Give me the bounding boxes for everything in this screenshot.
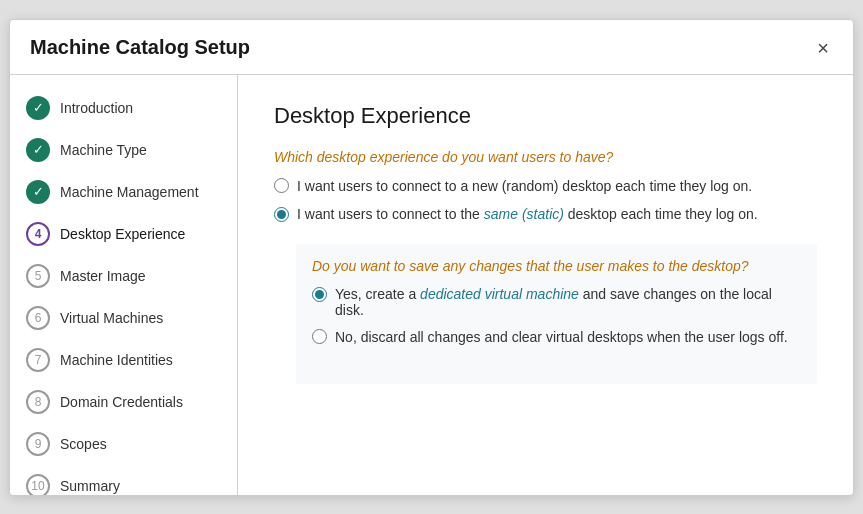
- sidebar-item-scopes[interactable]: 9Scopes: [10, 423, 237, 465]
- sidebar-label-master-image: Master Image: [60, 268, 146, 284]
- sidebar-item-virtual-machines[interactable]: 6Virtual Machines: [10, 297, 237, 339]
- sidebar-item-machine-identities[interactable]: 7Machine Identities: [10, 339, 237, 381]
- step-icon-machine-type: ✓: [26, 138, 50, 162]
- radio-static-desktop[interactable]: I want users to connect to the same (sta…: [274, 206, 817, 222]
- sidebar-label-desktop-experience: Desktop Experience: [60, 226, 185, 242]
- sidebar-label-machine-management: Machine Management: [60, 184, 199, 200]
- radio-static-input[interactable]: [274, 207, 289, 222]
- radio-random-input[interactable]: [274, 178, 289, 193]
- sidebar-label-introduction: Introduction: [60, 100, 133, 116]
- radio-save-yes-label: Yes, create a dedicated virtual machine …: [335, 286, 801, 318]
- sidebar-label-scopes: Scopes: [60, 436, 107, 452]
- radio-static-highlight: same (static): [484, 206, 564, 222]
- sidebar: ✓Introduction✓Machine Type✓Machine Manag…: [10, 75, 238, 495]
- sidebar-item-machine-management[interactable]: ✓Machine Management: [10, 171, 237, 213]
- step-icon-introduction: ✓: [26, 96, 50, 120]
- step-icon-desktop-experience: 4: [26, 222, 50, 246]
- question1: Which desktop experience do you want use…: [274, 149, 817, 165]
- radio-save-yes-prefix: Yes, create a: [335, 286, 420, 302]
- radio-static-label: I want users to connect to the same (sta…: [297, 206, 758, 222]
- radio-static-suffix: desktop each time they log on.: [564, 206, 758, 222]
- step-icon-scopes: 9: [26, 432, 50, 456]
- radio-group-1: I want users to connect to a new (random…: [274, 177, 817, 223]
- radio-save-yes[interactable]: Yes, create a dedicated virtual machine …: [312, 286, 801, 318]
- main-content: Desktop Experience Which desktop experie…: [238, 75, 853, 495]
- sidebar-item-domain-credentials[interactable]: 8Domain Credentials: [10, 381, 237, 423]
- section-title: Desktop Experience: [274, 103, 817, 129]
- question2: Do you want to save any changes that the…: [312, 258, 801, 274]
- dialog-title: Machine Catalog Setup: [30, 36, 250, 59]
- sidebar-label-summary: Summary: [60, 478, 120, 494]
- sidebar-item-desktop-experience[interactable]: 4Desktop Experience: [10, 213, 237, 255]
- dialog-body: ✓Introduction✓Machine Type✓Machine Manag…: [10, 75, 853, 495]
- radio-group-2: Yes, create a dedicated virtual machine …: [312, 286, 801, 348]
- sidebar-label-virtual-machines: Virtual Machines: [60, 310, 163, 326]
- radio-save-yes-highlight: dedicated virtual machine: [420, 286, 579, 302]
- sidebar-item-summary[interactable]: 10Summary: [10, 465, 237, 496]
- sidebar-label-machine-identities: Machine Identities: [60, 352, 173, 368]
- sidebar-label-domain-credentials: Domain Credentials: [60, 394, 183, 410]
- close-button[interactable]: ×: [813, 36, 833, 60]
- sidebar-label-machine-type: Machine Type: [60, 142, 147, 158]
- step-icon-virtual-machines: 6: [26, 306, 50, 330]
- sidebar-item-introduction[interactable]: ✓Introduction: [10, 87, 237, 129]
- step-icon-machine-identities: 7: [26, 348, 50, 372]
- dialog-header: Machine Catalog Setup ×: [10, 20, 853, 75]
- machine-catalog-dialog: Machine Catalog Setup × ✓Introduction✓Ma…: [9, 19, 854, 496]
- radio-save-yes-input[interactable]: [312, 287, 327, 302]
- sidebar-item-machine-type[interactable]: ✓Machine Type: [10, 129, 237, 171]
- step-icon-machine-management: ✓: [26, 180, 50, 204]
- sidebar-item-master-image[interactable]: 5Master Image: [10, 255, 237, 297]
- radio-random-desktop[interactable]: I want users to connect to a new (random…: [274, 177, 817, 197]
- step-icon-master-image: 5: [26, 264, 50, 288]
- step-icon-domain-credentials: 8: [26, 390, 50, 414]
- radio-save-no-label: No, discard all changes and clear virtua…: [335, 328, 788, 348]
- step-icon-summary: 10: [26, 474, 50, 496]
- radio-save-no[interactable]: No, discard all changes and clear virtua…: [312, 328, 801, 348]
- radio-random-label: I want users to connect to a new (random…: [297, 177, 752, 197]
- sub-section: Do you want to save any changes that the…: [296, 244, 817, 384]
- radio-save-no-input[interactable]: [312, 329, 327, 344]
- radio-static-prefix: I want users to connect to the: [297, 206, 484, 222]
